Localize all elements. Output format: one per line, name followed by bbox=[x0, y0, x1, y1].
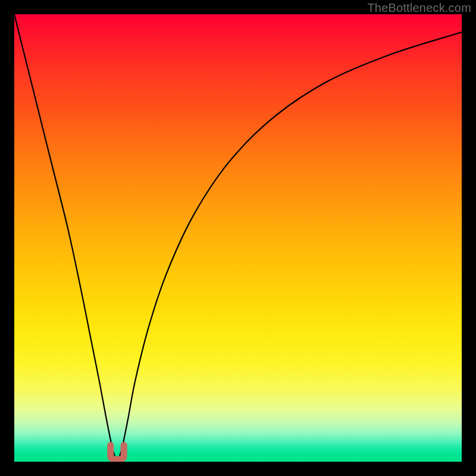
plot-area bbox=[14, 14, 462, 462]
chart-svg bbox=[14, 14, 462, 462]
valley-marker-icon bbox=[111, 445, 124, 459]
watermark-text: TheBottleneck.com bbox=[367, 1, 471, 15]
chart-frame bbox=[14, 14, 462, 462]
curve-path bbox=[14, 14, 462, 459]
